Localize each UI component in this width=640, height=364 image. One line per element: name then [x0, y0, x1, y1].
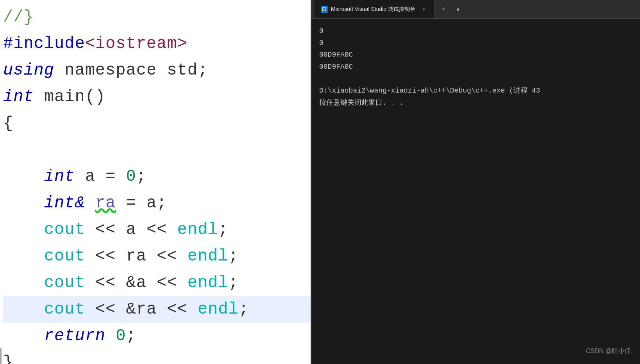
line-blank1: [3, 137, 311, 163]
watermark: CSDN @旺小仔.: [586, 346, 632, 356]
terminal-tab-close[interactable]: ×: [420, 5, 428, 13]
new-tab-button[interactable]: +: [438, 3, 450, 16]
line-cout-ra: cout << ra << endl;: [3, 243, 311, 269]
line-close-brace: }: [3, 349, 311, 364]
line-int-ref: int& ra = a;: [3, 190, 311, 216]
line-cout-a: cout << a << endl;: [3, 216, 311, 243]
terminal-line-4: D:\xiaobai2\wang-xiaozi-ah\c++\Debug\c++…: [319, 85, 632, 97]
terminal-panel: Microsoft Visual Studio 调试控制台 × + ∨ 0 0 …: [311, 0, 640, 364]
terminal-line-2: 00D9FA0C: [319, 49, 632, 61]
line-include: #include<iostream>: [3, 30, 311, 57]
line-int-a: int a = 0;: [3, 163, 311, 190]
line-cout-addr-a: cout << &a << endl;: [3, 269, 311, 296]
scroll-indicator: [0, 348, 2, 364]
dropdown-button[interactable]: ∨: [452, 3, 464, 16]
line-using: using namespace std;: [3, 57, 311, 84]
terminal-titlebar: Microsoft Visual Studio 调试控制台 × + ∨: [311, 0, 640, 19]
terminal-tab[interactable]: Microsoft Visual Studio 调试控制台 ×: [315, 0, 434, 18]
code-content: //} #include<iostream> using namespace s…: [0, 0, 311, 364]
terminal-line-3: 00D9FA0C: [319, 61, 632, 73]
terminal-line-1: 0: [319, 37, 632, 49]
line-cout-addr-ra: cout << &ra << endl;: [3, 296, 311, 323]
terminal-tab-label: Microsoft Visual Studio 调试控制台: [331, 6, 415, 13]
terminal-blank: [319, 73, 632, 85]
vs-icon-inner: [322, 7, 326, 11]
line-comment: //}: [3, 4, 311, 30]
titlebar-actions: + ∨: [438, 3, 464, 16]
line-main-decl: int main(): [3, 84, 311, 110]
terminal-line-5: 按任意键关闭此窗口. . .: [319, 97, 632, 109]
terminal-body: 0 0 00D9FA0C 00D9FA0C D:\xiaobai2\wang-x…: [311, 19, 640, 364]
vs-icon: [321, 6, 328, 13]
line-return: return 0;: [3, 323, 311, 349]
terminal-line-0: 0: [319, 25, 632, 37]
line-open-brace: {: [3, 110, 311, 137]
code-editor: //} #include<iostream> using namespace s…: [0, 0, 311, 364]
